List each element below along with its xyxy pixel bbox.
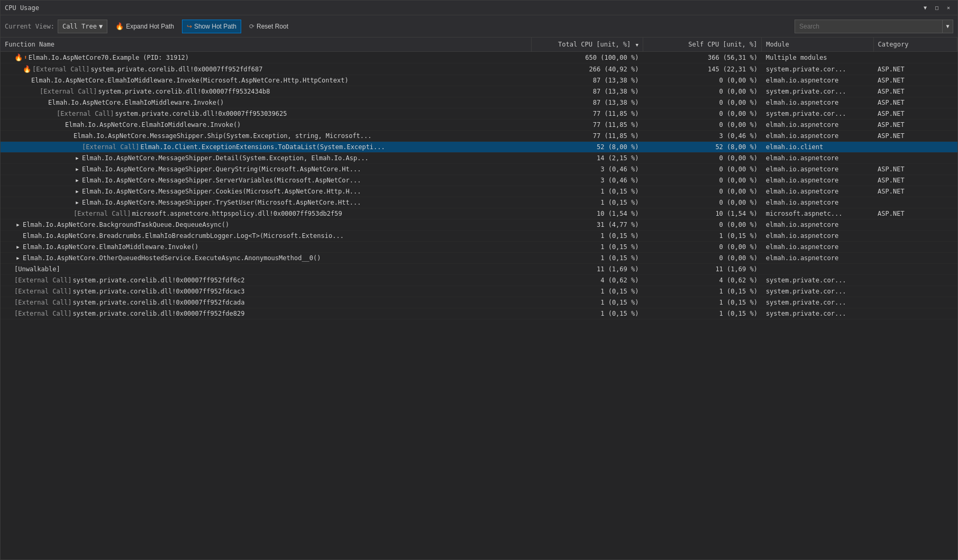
restore-icon[interactable]: □ — [932, 3, 942, 13]
col-total-cpu[interactable]: Total CPU [unit, %] ▼ — [531, 38, 643, 52]
col-self-cpu[interactable]: Self CPU [unit, %] — [643, 38, 761, 52]
chevron-down-icon[interactable]: ▼ — [920, 3, 930, 13]
function-name-text: Elmah.Io.AspNetCore.MessageShipper.Query… — [82, 166, 361, 173]
module-cell: system.private.cor... — [762, 108, 873, 120]
toolbar: Current View: Call Tree ▼ 🔥 Expand Hot P… — [1, 15, 957, 38]
table-row[interactable]: [External Call] system.private.corelib.d… — [1, 275, 957, 286]
module-cell: elmah.io.aspnetcore — [762, 97, 873, 108]
module-cell: system.private.cor... — [762, 86, 873, 97]
function-name-cell: [External Call] system.private.corelib.d… — [1, 297, 531, 308]
expand-hot-path-button[interactable]: 🔥 Expand Hot Path — [111, 20, 179, 33]
module-cell: elmah.io.aspnetcore — [762, 186, 873, 197]
self-cpu-cell: 0 (0,00 %) — [643, 97, 761, 108]
category-cell — [873, 253, 957, 264]
function-name-cell: [External Call] Elmah.Io.Client.Exceptio… — [1, 142, 531, 153]
module-cell — [762, 264, 873, 275]
table-row[interactable]: ▶Elmah.Io.AspNetCore.BackgroundTaskQueue… — [1, 219, 957, 231]
table-row[interactable]: [External Call] system.private.corelib.d… — [1, 108, 957, 120]
col-function-name: Function Name — [1, 38, 531, 52]
table-row[interactable]: ▶Elmah.Io.AspNetCore.MessageShipper.Cook… — [1, 186, 957, 197]
spacer-icon — [31, 88, 39, 95]
self-cpu-cell: 1 (0,15 %) — [643, 231, 761, 242]
table-row[interactable]: [Unwalkable]11 (1,69 %)11 (1,69 %) — [1, 264, 957, 275]
spacer-icon — [40, 99, 47, 106]
function-name-cell: ▶Elmah.Io.AspNetCore.MessageShipper.Serv… — [1, 175, 531, 186]
expand-icon[interactable]: ▶ — [14, 254, 22, 262]
spacer-icon — [48, 110, 56, 117]
category-cell — [873, 197, 957, 208]
table-row[interactable]: [External Call] system.private.corelib.d… — [1, 297, 957, 308]
module-cell: elmah.io.aspnetcore — [762, 131, 873, 142]
function-name-text: Elmah.Io.Client.ExceptionExtensions.ToDa… — [140, 143, 385, 151]
table-row[interactable]: 🔥[External Call] system.private.corelib.… — [1, 63, 957, 75]
table-row[interactable]: [External Call] system.private.corelib.d… — [1, 286, 957, 297]
total-cpu-cell: 1 (0,15 %) — [531, 242, 643, 253]
category-cell: ASP.NET — [873, 186, 957, 197]
external-call-prefix: [External Call] — [32, 66, 89, 73]
self-cpu-cell: 1 (0,15 %) — [643, 297, 761, 308]
expand-icon[interactable]: ▶ — [74, 166, 81, 173]
function-name-cell: Elmah.Io.AspNetCore.MessageShipper.Ship(… — [1, 131, 531, 142]
table-row[interactable]: [External Call] system.private.corelib.d… — [1, 86, 957, 97]
table-row[interactable]: [External Call] microsoft.aspnetcore.htt… — [1, 208, 957, 219]
table-row[interactable]: ▶Elmah.Io.AspNetCore.MessageShipper.Deta… — [1, 153, 957, 164]
external-call-prefix: [External Call] — [14, 277, 71, 284]
table-row[interactable]: ▶Elmah.Io.AspNetCore.OtherQueuedHostedSe… — [1, 253, 957, 264]
table-row[interactable]: Elmah.Io.AspNetCore.ElmahIoMiddleware.In… — [1, 97, 957, 108]
total-cpu-cell: 650 (100,00 %) — [531, 52, 643, 63]
function-name-cell: ▶Elmah.Io.AspNetCore.BackgroundTaskQueue… — [1, 219, 531, 231]
expand-icon[interactable]: ▶ — [14, 221, 22, 228]
function-name-cell: Elmah.Io.AspNetCore.Breadcrumbs.ElmahIoB… — [1, 231, 531, 242]
table-row[interactable]: ▶Elmah.Io.AspNetCore.ElmahIoMiddleware.I… — [1, 242, 957, 253]
table-row[interactable]: ▶Elmah.Io.AspNetCore.MessageShipper.TryS… — [1, 197, 957, 208]
expand-icon[interactable]: ▶ — [14, 243, 22, 251]
col-module[interactable]: Module — [762, 38, 873, 52]
table-row[interactable]: [External Call] system.private.corelib.d… — [1, 308, 957, 319]
show-hot-path-button[interactable]: ↪ Show Hot Path — [182, 20, 241, 33]
external-call-prefix: [External Call] — [57, 110, 114, 117]
total-cpu-cell: 3 (0,46 %) — [531, 164, 643, 175]
category-cell — [873, 231, 957, 242]
col-category[interactable]: Category — [873, 38, 957, 52]
self-cpu-cell: 0 (0,00 %) — [643, 186, 761, 197]
close-icon[interactable]: ✕ — [944, 3, 953, 13]
table-row[interactable]: Elmah.Io.AspNetCore.Breadcrumbs.ElmahIoB… — [1, 231, 957, 242]
self-cpu-cell: 0 (0,00 %) — [643, 175, 761, 186]
search-container: ▼ — [795, 20, 953, 33]
table-row[interactable]: ▶Elmah.Io.AspNetCore.MessageShipper.Serv… — [1, 175, 957, 186]
dropdown-arrow-icon: ▼ — [99, 23, 103, 30]
function-name-cell: ▶Elmah.Io.AspNetCore.MessageShipper.Quer… — [1, 164, 531, 175]
category-cell: ASP.NET — [873, 97, 957, 108]
table-row[interactable]: ▶Elmah.Io.AspNetCore.MessageShipper.Quer… — [1, 164, 957, 175]
expand-icon[interactable]: ▶ — [74, 154, 81, 162]
function-name-text: microsoft.aspnetcore.httpspolicy.dll!0x0… — [132, 210, 342, 217]
table-row[interactable]: [External Call] Elmah.Io.Client.Exceptio… — [1, 142, 957, 153]
function-name-cell: ▶Elmah.Io.AspNetCore.MessageShipper.Deta… — [1, 153, 531, 164]
expand-icon[interactable]: ▶ — [74, 188, 81, 195]
search-input[interactable] — [795, 20, 943, 33]
hot-path-arrow-icon: ↪ — [187, 23, 192, 30]
table-row[interactable]: Elmah.Io.AspNetCore.MessageShipper.Ship(… — [1, 131, 957, 142]
reset-root-button[interactable]: ⟳ Reset Root — [244, 20, 293, 33]
table-row[interactable]: Elmah.Io.AspNetCore.ElmahIoMiddleware.In… — [1, 75, 957, 86]
self-cpu-cell: 0 (0,00 %) — [643, 86, 761, 97]
table-container[interactable]: Function Name Total CPU [unit, %] ▼ Self… — [1, 38, 957, 559]
spacer-icon — [6, 54, 13, 61]
external-call-prefix: [External Call] — [74, 210, 131, 217]
spacer-icon — [23, 77, 30, 84]
table-row[interactable]: Elmah.Io.AspNetCore.ElmahIoMiddleware.In… — [1, 120, 957, 131]
category-cell — [873, 219, 957, 231]
external-call-prefix: [External Call] — [40, 88, 97, 95]
spacer-icon — [6, 277, 13, 284]
function-name-text: Elmah.Io.AspNetCore.ElmahIoMiddleware.In… — [23, 243, 198, 251]
view-dropdown[interactable]: Call Tree ▼ — [58, 20, 107, 33]
search-dropdown-arrow[interactable]: ▼ — [943, 20, 953, 33]
self-cpu-cell: 1 (0,15 %) — [643, 286, 761, 297]
expand-icon[interactable]: ▶ — [74, 177, 81, 184]
category-cell — [873, 242, 957, 253]
category-cell — [873, 142, 957, 153]
function-name-cell: [External Call] system.private.corelib.d… — [1, 275, 531, 286]
expand-icon[interactable]: ▶ — [74, 199, 81, 206]
table-row[interactable]: 🔥⬆Elmah.Io.AspNetCore70.Example (PID: 31… — [1, 52, 957, 63]
function-name-text: system.private.corelib.dll!0x00007ff952f… — [72, 299, 244, 306]
